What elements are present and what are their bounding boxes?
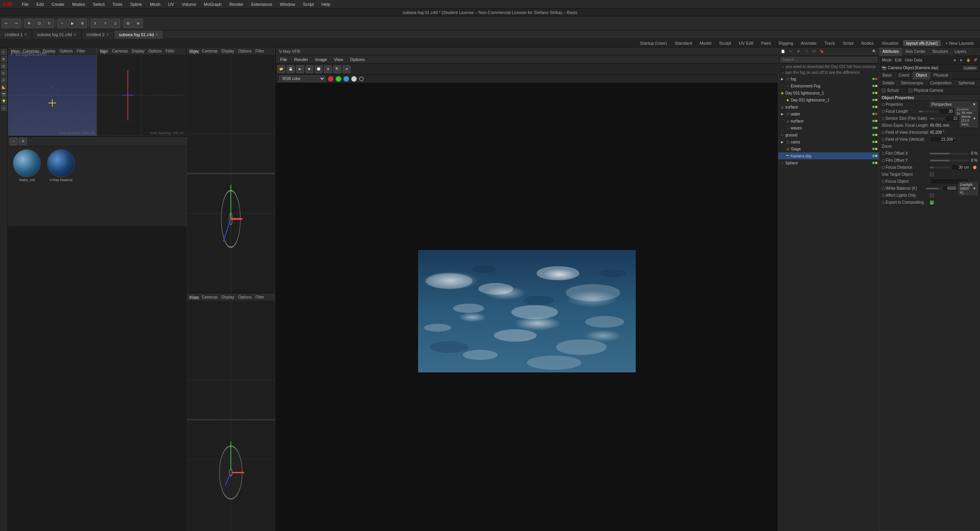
sensor-size-input[interactable] — [945, 115, 959, 121]
dot2[interactable] — [875, 78, 877, 80]
export-comp-checkbox[interactable]: ✓ — [930, 201, 934, 204]
cam-subtab-physical[interactable]: Physical — [931, 72, 952, 79]
vfb-zoom-btn[interactable]: ⊕ — [343, 65, 350, 73]
rpanel-object-icon[interactable]: ⬡ — [803, 49, 809, 55]
vp-front-filter[interactable]: Filter — [254, 295, 265, 300]
dot2[interactable] — [875, 134, 877, 136]
dot2[interactable] — [875, 141, 877, 143]
tab-untitled1[interactable]: Untitled 1 ✕ — [0, 30, 32, 39]
ws-model[interactable]: Model — [697, 40, 715, 46]
cam-subtab-spherical[interactable]: Spherical — [955, 79, 978, 87]
props-next-icon[interactable]: ▶ — [958, 57, 964, 63]
vp-filter-menu[interactable]: Filter — [75, 49, 86, 54]
snap-button[interactable]: ⊞ — [124, 19, 133, 28]
vp-top-display[interactable]: Display — [131, 49, 146, 54]
ws-nodes[interactable]: Nodes — [858, 40, 877, 46]
sidebar-icon-vray[interactable]: V — [1, 105, 7, 111]
tab-untitled2[interactable]: Untitled 2 ✕ — [82, 30, 114, 39]
wb-input[interactable] — [942, 185, 958, 191]
obj-day031-1[interactable]: ◆ Day 031 lightsource_1 — [778, 89, 879, 96]
coord-y[interactable]: Y — [101, 19, 110, 28]
ws-sculpt[interactable]: Sculpt — [716, 40, 734, 46]
vfb-compare-btn[interactable]: ⊞ — [324, 65, 332, 73]
vfb-history-btn[interactable]: 🕒 — [315, 65, 323, 73]
focus-target-icon[interactable]: 🎯 — [971, 164, 978, 171]
menu-mograph[interactable]: MoGraph — [202, 1, 223, 7]
vp-top-cameras[interactable]: Cameras — [111, 49, 129, 54]
dot2[interactable] — [875, 113, 877, 115]
axis-button[interactable]: ⊗ — [134, 19, 143, 28]
obj-kamera-day[interactable]: 📷 Kamera day — [778, 152, 879, 159]
move-tool[interactable]: ✥ — [24, 19, 34, 28]
props-tab-attributes[interactable]: Attributes — [879, 47, 902, 56]
props-tab-layers[interactable]: Layers — [952, 47, 970, 56]
vfb-open-btn[interactable]: 📂 — [277, 65, 285, 73]
vp-front-options[interactable]: Options — [237, 295, 253, 300]
cam-subtab-coord[interactable]: Coord — [895, 72, 912, 79]
film-x-slider[interactable] — [930, 153, 969, 154]
sidebar-icon-measure[interactable]: 📐 — [1, 84, 7, 90]
dot1[interactable] — [872, 78, 875, 80]
props-pin-icon[interactable]: 📌 — [972, 57, 978, 63]
tab-untitled2-close[interactable]: ✕ — [106, 33, 109, 37]
color-dot-red[interactable] — [328, 76, 333, 82]
menu-uv[interactable]: UV — [167, 1, 176, 7]
vfb-image-menu[interactable]: Image — [314, 57, 328, 62]
menu-volume[interactable]: Volume — [180, 1, 198, 7]
dot2[interactable] — [875, 162, 877, 164]
vp-right-display[interactable]: Display — [220, 49, 235, 54]
dot2[interactable] — [875, 127, 877, 129]
tab-subsea1[interactable]: subsea fog 01.c4d ✕ — [32, 30, 82, 39]
color-dot-circle[interactable] — [359, 77, 364, 81]
vp-front-cameras[interactable]: Cameras — [201, 295, 219, 300]
new-object-button[interactable]: + — [58, 19, 67, 28]
dot2[interactable] — [875, 148, 877, 150]
obj-env-fog[interactable]: ○ Environment Fog — [778, 82, 879, 89]
sidebar-icon-light[interactable]: 💡 — [1, 98, 7, 104]
vfb-save-btn[interactable]: 💾 — [287, 65, 295, 73]
obj-fog[interactable]: ▶ ⬡ fog — [778, 75, 879, 82]
obj-sphere[interactable]: ○ Sphere — [778, 159, 879, 166]
cam-subtab-comp[interactable]: Composition — [927, 79, 955, 87]
props-mode-userdata[interactable]: User Data — [903, 58, 923, 63]
sidebar-icon-scale[interactable]: ⊡ — [1, 63, 7, 69]
obj-water[interactable]: ▶ ⬡ water — [778, 110, 879, 117]
ws-uvedit[interactable]: UV Edit — [736, 40, 756, 46]
rpanel-search-icon[interactable]: 🔍 — [871, 49, 877, 55]
ws-standard[interactable]: Standard — [671, 40, 695, 46]
dot1[interactable] — [872, 85, 875, 87]
props-mode-mode[interactable]: Mode — [881, 58, 893, 63]
cam-subtab-details[interactable]: Details — [879, 79, 898, 87]
obj-cams[interactable]: ▶ ⬡ cams — [778, 138, 879, 145]
obj-stage[interactable]: ◎ Stage — [778, 145, 879, 152]
undo-button[interactable]: ↩ — [2, 19, 11, 28]
rotate-tool[interactable]: ↻ — [45, 19, 54, 28]
ws-rigging[interactable]: Rigging — [776, 40, 796, 46]
viewport-right[interactable]: View Cameras Display Options Filter Righ… — [187, 47, 275, 293]
tab-untitled1-close[interactable]: ✕ — [24, 33, 27, 37]
vp-right-filter[interactable]: Filter — [254, 49, 265, 54]
sensor-slider[interactable] — [930, 118, 945, 119]
props-mode-edit[interactable]: Edit — [894, 58, 903, 63]
affect-lights-checkbox[interactable] — [930, 194, 934, 197]
rpanel-tags-icon[interactable]: 🏷 — [811, 49, 817, 55]
menu-extensions[interactable]: Extensions — [249, 1, 274, 7]
rpanel-view-icon[interactable]: 👁 — [795, 49, 802, 55]
menu-script[interactable]: Script — [301, 1, 315, 7]
menu-tools[interactable]: Tools — [111, 1, 124, 7]
color-dot-green[interactable] — [336, 76, 341, 82]
dot2[interactable] — [875, 85, 877, 87]
dot1[interactable] — [872, 148, 875, 150]
sidebar-icon-select[interactable]: ↖ — [1, 49, 7, 55]
color-dot-white[interactable] — [351, 76, 357, 82]
obj-ground[interactable]: □ ground — [778, 131, 879, 138]
dot1[interactable] — [872, 113, 875, 115]
vfb-view-menu[interactable]: View — [333, 57, 344, 62]
dot2[interactable] — [875, 120, 877, 122]
sidebar-icon-rotate[interactable]: ↻ — [1, 70, 7, 76]
film-y-slider[interactable] — [930, 160, 969, 161]
viewport-top[interactable]: View Cameras Display Options Filter Top — [97, 47, 186, 136]
channel-selector[interactable]: RGB color — [279, 75, 326, 82]
ws-startup[interactable]: Startup (User) — [637, 40, 670, 46]
dot1[interactable] — [872, 141, 875, 143]
